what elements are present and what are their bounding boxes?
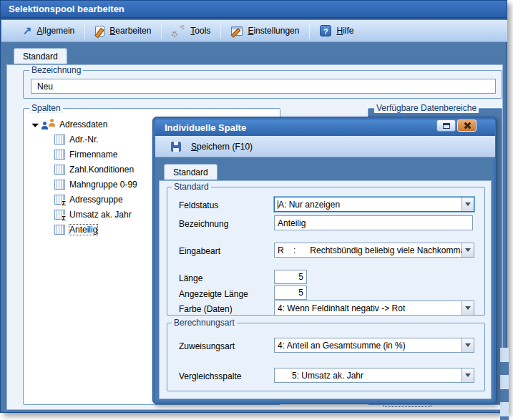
- feldstatus-text: A: Nur anzeigen: [278, 200, 340, 210]
- tree-item-firmenname[interactable]: Firmenname: [54, 147, 117, 161]
- tree-item-mahngruppe[interactable]: Mahngruppe 0-99: [54, 177, 137, 191]
- tree-item-adressgruppe[interactable]: Adressgruppe: [54, 192, 123, 206]
- group-datenbereiche-label: Verfügbare Datenbereiche: [374, 103, 479, 113]
- label-rest: instellungen: [253, 26, 299, 36]
- bezeichnung-field-value: Anteilig: [275, 218, 472, 228]
- main-titlebar[interactable]: Selektionspool bearbeiten: [1, 1, 507, 19]
- tree-item-label: Adr.-Nr.: [69, 135, 99, 145]
- gears-icon: [172, 25, 185, 37]
- eingabeart-value: R : Rechtsbündig beliebig viele Nachkomm…: [275, 245, 461, 255]
- menu-hilfe-label: Hilfe: [336, 26, 353, 36]
- bezeichnung-field[interactable]: Anteilig: [274, 215, 473, 230]
- feldstatus-value: A: Nur anzeigen: [275, 200, 461, 210]
- people-icon: [41, 119, 55, 130]
- mnemonic: H: [336, 26, 343, 36]
- save-button[interactable]: Speichern (F10): [167, 140, 257, 153]
- close-glyph: [463, 122, 471, 130]
- menu-bearbeiten-label: Bearbeiten: [109, 26, 151, 36]
- tree-item-label: Firmenname: [69, 150, 117, 160]
- scrollbar-partial[interactable]: [500, 348, 509, 420]
- tree-item-label-selected: Anteilig: [69, 225, 97, 235]
- tree-item-zahl-konditionen[interactable]: Zahl.Konditionen: [54, 162, 134, 176]
- chevron-down-icon[interactable]: [461, 368, 474, 382]
- tab-standard-dialog[interactable]: Standard: [164, 164, 218, 180]
- farbe-label: Farbe (Daten): [179, 304, 233, 314]
- floppy-disk-icon: [171, 142, 181, 152]
- label-rest: ilfe: [343, 26, 353, 36]
- label-rest: llgemein: [43, 26, 75, 36]
- group-standard: Standard Feldstatus A: Nur anzeigen Beze…: [167, 187, 485, 316]
- group-bezeichnung: Bezeichnung Neu: [23, 70, 502, 99]
- arrow-up-right-icon: ↗: [23, 26, 32, 36]
- table-column-icon: [54, 135, 65, 145]
- document-hammer-icon: [95, 26, 104, 36]
- feldstatus-label: Feldstatus: [179, 200, 218, 210]
- farbe-combobox[interactable]: 4: Wenn Feldinhalt negativ -> Rot: [274, 301, 474, 316]
- laenge-field[interactable]: 5: [274, 270, 307, 284]
- bezeichnung-field-label: Bezeichnung: [179, 219, 228, 229]
- main-toolbar: ↗ Allgemein Bearbeiten Tools Einstellung…: [1, 20, 507, 42]
- angezeigte-laenge-label: Angezeigte Länge: [179, 289, 248, 299]
- tree-item-label: Adressgruppe: [69, 195, 123, 205]
- vergleichsspalte-value: 5: Umsatz ak. Jahr: [275, 371, 461, 381]
- tree-item-label: Umsatz ak. Jahr: [69, 210, 132, 220]
- zuweisungsart-value: 4: Anteil an Gesamtsumme (in %): [275, 341, 461, 351]
- dialog-tab-page: Standard Feldstatus A: Nur anzeigen Beze…: [159, 180, 492, 399]
- toolbar-separator: [161, 23, 162, 39]
- menu-bearbeiten[interactable]: Bearbeiten: [87, 24, 160, 39]
- table-column-sum-icon: [54, 195, 65, 205]
- menu-allgemein-label: Allgemein: [37, 26, 75, 36]
- vergleichsspalte-label: Vergleichsspalte: [179, 371, 241, 381]
- group-spalten-label: Spalten: [29, 103, 63, 113]
- table-column-icon: [54, 150, 65, 160]
- tree-item-adr-nr[interactable]: Adr.-Nr.: [54, 132, 99, 146]
- label-rest: ools: [195, 26, 210, 36]
- tree-item-adressdaten[interactable]: Adressdaten: [32, 117, 107, 131]
- tree-item-label: Zahl.Konditionen: [69, 165, 134, 175]
- menu-tools[interactable]: Tools: [163, 23, 219, 39]
- dialog-individuelle-spalte: Individuelle Spalte Speichern (F10) Stan…: [152, 117, 497, 404]
- window-title: Selektionspool bearbeiten: [9, 4, 124, 14]
- feldstatus-combobox[interactable]: A: Nur anzeigen: [274, 197, 474, 212]
- group-bezeichnung-label: Bezeichnung: [29, 65, 83, 75]
- close-icon[interactable]: [457, 119, 477, 132]
- group-standard-label: Standard: [172, 182, 211, 192]
- dialog-title: Individuelle Spalte: [165, 122, 246, 133]
- toolbar-separator: [84, 23, 85, 39]
- chevron-down-icon[interactable]: [461, 338, 474, 352]
- chevron-down-icon[interactable]: [461, 243, 474, 257]
- table-column-icon: [54, 225, 65, 235]
- farbe-value: 4: Wenn Feldinhalt negativ -> Rot: [275, 303, 461, 313]
- zuweisungsart-label: Zuweisungsart: [179, 341, 235, 351]
- laenge-label: Länge: [179, 273, 202, 283]
- mnemonic: A: [37, 26, 43, 36]
- laenge-value: 5: [275, 272, 306, 282]
- tree-item-label: Mahngruppe 0-99: [69, 180, 137, 190]
- menu-hilfe[interactable]: ? Hilfe: [311, 23, 362, 39]
- tree-item-label: Adressdaten: [59, 119, 107, 130]
- bezeichnung-input[interactable]: Neu: [31, 79, 496, 94]
- group-berechnungsart-label: Berechnungsart: [172, 318, 237, 328]
- triangle-expanded-icon[interactable]: [31, 120, 39, 127]
- tree-item-anteilig[interactable]: Anteilig: [54, 223, 97, 236]
- question-mark-icon: ?: [320, 25, 331, 36]
- menu-einstellungen[interactable]: Einstellungen: [223, 24, 308, 38]
- eingabeart-combobox[interactable]: R : Rechtsbündig beliebig viele Nachkomm…: [274, 243, 474, 258]
- group-berechnungsart: Berechnungsart Zuweisungsart 4: Anteil a…: [167, 323, 485, 391]
- eingabeart-label: Eingabeart: [179, 246, 220, 256]
- zuweisungsart-combobox[interactable]: 4: Anteil an Gesamtsumme (in %): [274, 338, 474, 353]
- table-column-icon: [54, 180, 65, 190]
- window-pencil-icon: [231, 26, 243, 36]
- angezeigte-laenge-value: 5: [275, 288, 306, 298]
- tab-standard-main[interactable]: Standard: [14, 48, 67, 64]
- chevron-down-icon[interactable]: [461, 301, 474, 315]
- menu-allgemein[interactable]: ↗ Allgemein: [14, 24, 83, 38]
- vergleichsspalte-combobox[interactable]: 5: Umsatz ak. Jahr: [274, 368, 474, 383]
- chevron-down-icon[interactable]: [461, 197, 474, 211]
- table-column-sum-icon: [54, 210, 65, 220]
- restore-window-icon[interactable]: [436, 119, 456, 132]
- angezeigte-laenge-field[interactable]: 5: [274, 285, 307, 300]
- bezeichnung-value: Neu: [34, 82, 492, 92]
- tree-item-umsatz[interactable]: Umsatz ak. Jahr: [54, 207, 132, 221]
- label-rest: peichern (F10): [197, 142, 253, 152]
